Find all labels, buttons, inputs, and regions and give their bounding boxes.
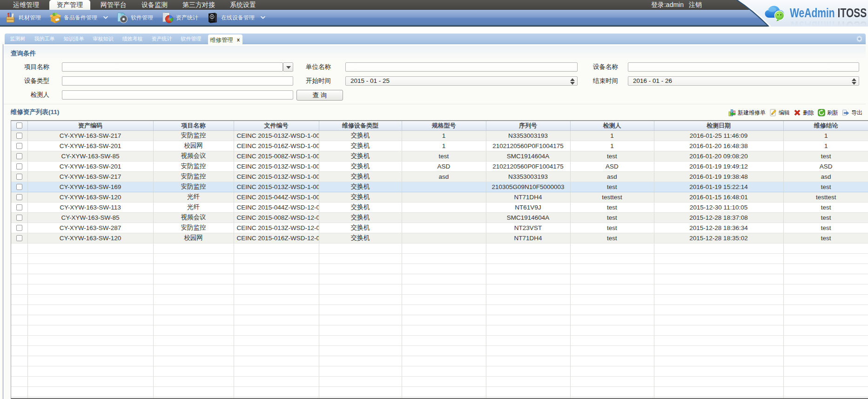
column-header-repair-device-type[interactable]: 维修设备类型 (319, 121, 402, 130)
row-checkbox[interactable] (16, 184, 22, 190)
tab[interactable]: 绩效考核 (122, 34, 143, 44)
top-nav-item[interactable]: 资产管理 (49, 0, 90, 10)
row-checkbox[interactable] (16, 143, 22, 149)
table-row[interactable]: CY-XYW-163-SW-201 校园网 CEINC 2015-016Z-WS… (11, 141, 868, 151)
row-select-cell[interactable] (11, 171, 27, 182)
spin-down-icon[interactable] (852, 82, 856, 87)
row-select-cell[interactable] (11, 182, 27, 192)
top-nav-item[interactable]: 设备监测 (134, 0, 175, 10)
row-checkbox[interactable] (16, 235, 22, 241)
row-checkbox[interactable] (16, 204, 22, 210)
row-select-cell[interactable] (11, 192, 27, 202)
row-select-cell[interactable] (11, 130, 27, 141)
table-row[interactable]: CY-XYW-163-SW-217 安防监控 CEINC 2015-013Z-W… (11, 130, 868, 141)
logout-link[interactable]: 注销 (689, 0, 702, 10)
top-nav-item[interactable]: 运维管理 (6, 0, 47, 10)
spin-up-icon[interactable] (852, 76, 856, 81)
cell-serial-number: SMC1914604A (486, 151, 570, 161)
cell-spec-model (402, 233, 486, 243)
spin-up-icon[interactable] (570, 76, 575, 81)
table-row[interactable]: CY-XYW-163-SW-201 安防监控 CEINC 2015-013Z-W… (11, 161, 868, 171)
table-row[interactable]: CY-XYW-163-SW-169 安防监控 CEINC 2015-013Z-W… (11, 182, 868, 192)
end-time-input[interactable]: 2016 - 01 - 26 (628, 76, 859, 86)
toolbar-button[interactable]: 软件管理 (112, 10, 157, 26)
tab[interactable]: 资产统计 (152, 34, 172, 44)
table-row[interactable]: CY-XYW-163-SW-217 安防监控 CEINC 2015-013Z-W… (11, 171, 868, 182)
column-header-repair-result[interactable]: 维修结论 (783, 121, 868, 130)
search-button[interactable]: 查 询 (296, 90, 343, 101)
table-row[interactable]: CY-XYW-163-SW-85 视频会议 CEINC 2015-008Z-WS… (11, 151, 868, 161)
gear-icon[interactable] (855, 35, 863, 43)
empty-cell (783, 366, 868, 376)
cell-file-number: CEINC 2015-013Z-WSD-1-001 (234, 161, 319, 171)
tab[interactable]: 维修管理 x (208, 34, 242, 45)
column-header-inspect-date[interactable]: 检测日期 (654, 121, 783, 130)
unit-name-input[interactable] (345, 62, 578, 72)
tab[interactable]: 审核知识 (93, 34, 114, 44)
row-select-cell[interactable] (11, 202, 27, 212)
cell-asset-code: CY-XYW-163-SW-169 (27, 182, 153, 192)
column-header-inspector[interactable]: 检测人 (570, 121, 654, 130)
online-device-icon (207, 12, 219, 24)
top-nav-item[interactable]: 系统设置 (222, 0, 263, 10)
tab-close-icon[interactable]: x (237, 37, 240, 42)
toolbar-button[interactable]: 资产统计 (157, 10, 202, 26)
column-header-project-name[interactable]: 项目名称 (153, 121, 234, 130)
tab[interactable]: 软件管理 (181, 34, 202, 44)
empty-cell (654, 253, 783, 264)
toolbar-button[interactable]: 在线设备管理 (202, 10, 269, 26)
end-time-spinner[interactable] (852, 77, 856, 86)
table-row[interactable]: CY-XYW-163-SW-120 光纤 CEINC 2015-044Z-WSD… (11, 192, 868, 202)
logo: WeAdmin ITOSS WeAdmin ITOSS (764, 3, 862, 23)
column-header-serial-number[interactable]: 序列号 (486, 121, 570, 130)
project-name-combobox[interactable] (62, 62, 283, 72)
row-select-cell[interactable] (11, 161, 27, 171)
row-select-cell[interactable] (11, 151, 27, 161)
empty-cell (27, 325, 153, 335)
empty-cell (153, 376, 234, 386)
device-type-input[interactable] (62, 76, 293, 86)
grid-action-button[interactable]: 删除 (794, 109, 814, 117)
toolbar-button[interactable]: 耗材管理 (0, 10, 45, 26)
start-time-spinner[interactable] (570, 77, 575, 86)
spin-down-icon[interactable] (570, 82, 575, 87)
device-name-input[interactable] (628, 62, 859, 72)
row-checkbox[interactable] (16, 194, 22, 200)
tab[interactable]: 监测树 (10, 34, 26, 44)
grid-action-button[interactable]: 导出 (842, 109, 862, 117)
top-nav-item[interactable]: 网管平台 (93, 0, 134, 10)
table-row[interactable]: CY-XYW-163-SW-287 安防监控 CEINC 2015-013Z-W… (11, 223, 868, 233)
grid-action-button[interactable]: 新建维修单 (728, 109, 766, 117)
start-time-input[interactable]: 2015 - 01 - 25 (345, 76, 578, 86)
table-row[interactable]: CY-XYW-163-SW-113 光纤 CEINC 2015-044Z-WSD… (11, 202, 868, 212)
row-checkbox[interactable] (16, 133, 22, 139)
select-all-checkbox[interactable] (16, 122, 22, 128)
row-checkbox[interactable] (16, 163, 22, 169)
empty-cell (319, 243, 402, 253)
row-checkbox[interactable] (16, 215, 22, 221)
row-select-cell[interactable] (11, 141, 27, 151)
column-header-spec-model[interactable]: 规格型号 (402, 121, 486, 130)
toolbar-button[interactable]: 备品备件管理 (45, 10, 112, 26)
empty-cell (570, 376, 654, 386)
row-checkbox[interactable] (16, 174, 22, 180)
table-row[interactable]: CY-XYW-163-SW-120 校园网 CEINC 2015-016Z-WS… (11, 233, 868, 243)
tab[interactable]: 知识清单 (64, 34, 84, 44)
column-header-asset-code[interactable]: 资产编码 (27, 121, 153, 130)
row-select-cell[interactable] (11, 223, 27, 233)
inspector-input[interactable] (62, 90, 293, 100)
grid-action-button[interactable]: 编辑 (769, 109, 790, 117)
project-name-dropdown-button[interactable] (283, 62, 293, 72)
top-nav-item[interactable]: 第三方对接 (175, 0, 222, 10)
row-checkbox[interactable] (16, 225, 22, 231)
tab[interactable]: 我的工单 (34, 34, 55, 44)
asset-stats-icon (161, 12, 174, 24)
table-row[interactable]: CY-XYW-163-SW-85 视频会议 CEINC 2015-008Z-WS… (11, 212, 868, 223)
row-select-cell[interactable] (11, 233, 27, 243)
column-header-file-number[interactable]: 文件编号 (234, 121, 319, 130)
row-select-cell[interactable] (11, 212, 27, 223)
grid-action-button[interactable]: 刷新 (818, 109, 838, 117)
select-all-header[interactable] (11, 121, 27, 130)
row-checkbox[interactable] (16, 153, 22, 159)
cell-file-number: CEINC 2015-013Z-WSD-1-001 (234, 171, 319, 182)
